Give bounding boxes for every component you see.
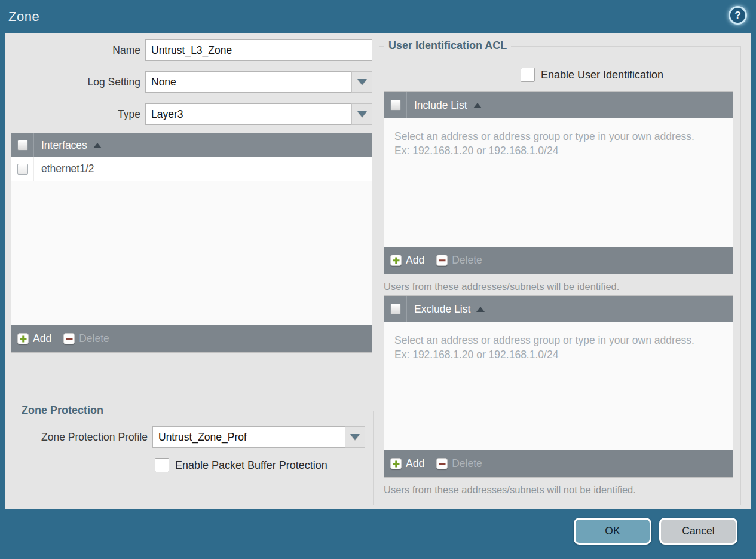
- packet-buffer-protection-label: Enable Packet Buffer Protection: [175, 457, 328, 473]
- sort-ascending-icon: [93, 143, 102, 148]
- sort-ascending-icon: [476, 307, 485, 312]
- interfaces-column-header[interactable]: Interfaces: [41, 133, 102, 157]
- name-input[interactable]: [145, 39, 372, 61]
- zone-dialog: Zone ? Name Log Setting Type Interfaces: [0, 0, 756, 559]
- name-label: Name: [5, 39, 140, 61]
- include-list-footer: Add Delete: [384, 247, 733, 274]
- include-list-note: Users from these addresses/subnets will …: [384, 281, 619, 292]
- log-setting-input[interactable]: [145, 71, 352, 93]
- include-list-table: Include List Select an address or addres…: [384, 91, 733, 274]
- user-identification-acl-group: User Identification ACL Enable User Iden…: [379, 46, 741, 505]
- exclude-list-column-header[interactable]: Exclude List: [414, 296, 485, 322]
- zone-protection-profile-input[interactable]: [152, 426, 345, 448]
- chevron-down-icon: [350, 434, 360, 440]
- exclude-list-header: Exclude List: [384, 296, 733, 322]
- include-list-body[interactable]: Select an address or address group or ty…: [384, 118, 733, 247]
- delete-interface-button[interactable]: Delete: [63, 332, 109, 345]
- chevron-down-icon: [357, 79, 367, 85]
- log-setting-dropdown-button[interactable]: [351, 71, 372, 93]
- sort-ascending-icon: [473, 103, 482, 108]
- type-label: Type: [5, 103, 140, 125]
- zone-protection-legend: Zone Protection: [17, 404, 108, 417]
- interfaces-select-all-cell: [11, 133, 34, 157]
- minus-icon: [436, 458, 448, 469]
- exclude-list-placeholder: Select an address or address group or ty…: [394, 333, 709, 362]
- type-input[interactable]: [145, 103, 352, 125]
- exclude-list-table: Exclude List Select an address or addres…: [384, 295, 733, 478]
- exclude-list-footer: Add Delete: [384, 450, 733, 477]
- add-interface-button[interactable]: Add: [17, 332, 51, 345]
- exclude-select-all-checkbox[interactable]: [390, 304, 401, 314]
- row-checkbox[interactable]: [17, 164, 28, 175]
- include-list-header: Include List: [384, 92, 733, 118]
- interfaces-table-header: Interfaces: [11, 133, 372, 157]
- include-select-all-cell: [384, 92, 407, 118]
- add-exclude-button[interactable]: Add: [390, 457, 424, 470]
- interfaces-table: Interfaces ethernet1/2 Add: [11, 133, 372, 353]
- chevron-down-icon: [357, 111, 367, 117]
- interface-name: ethernet1/2: [41, 157, 94, 181]
- type-dropdown-button[interactable]: [351, 103, 372, 125]
- exclude-list-note: Users from these addresses/subnets will …: [384, 484, 636, 496]
- minus-icon: [436, 255, 448, 266]
- interfaces-select-all-checkbox[interactable]: [17, 140, 28, 151]
- include-list-placeholder: Select an address or address group or ty…: [394, 129, 709, 158]
- help-icon[interactable]: ?: [729, 6, 747, 25]
- log-setting-label: Log Setting: [5, 71, 140, 93]
- enable-user-identification-checkbox[interactable]: [521, 68, 535, 82]
- include-list-column-header[interactable]: Include List: [414, 92, 482, 118]
- exclude-select-all-cell: [384, 296, 407, 322]
- zone-protection-group: Zone Protection Zone Protection Profile …: [11, 411, 374, 505]
- add-include-button[interactable]: Add: [390, 254, 424, 267]
- dialog-title: Zone: [8, 9, 39, 25]
- ok-button[interactable]: OK: [574, 518, 651, 545]
- user-identification-acl-legend: User Identification ACL: [384, 39, 511, 52]
- delete-exclude-button[interactable]: Delete: [436, 457, 482, 470]
- plus-icon: [390, 458, 402, 469]
- dialog-body: Name Log Setting Type Interfaces: [5, 33, 751, 509]
- zone-protection-profile-dropdown-button[interactable]: [345, 426, 365, 448]
- interfaces-table-footer: Add Delete: [11, 325, 372, 352]
- include-select-all-checkbox[interactable]: [390, 100, 401, 111]
- delete-include-button[interactable]: Delete: [436, 254, 482, 267]
- exclude-list-body[interactable]: Select an address or address group or ty…: [384, 322, 733, 450]
- interfaces-table-body: ethernet1/2: [11, 157, 372, 325]
- packet-buffer-protection-checkbox[interactable]: [155, 458, 169, 472]
- plus-icon: [390, 255, 402, 266]
- cancel-button[interactable]: Cancel: [659, 518, 737, 545]
- zone-protection-profile-label: Zone Protection Profile: [11, 426, 148, 448]
- enable-user-identification-label: Enable User Identification: [541, 67, 663, 83]
- table-row[interactable]: ethernet1/2: [11, 157, 372, 181]
- plus-icon: [17, 333, 29, 344]
- minus-icon: [63, 333, 75, 344]
